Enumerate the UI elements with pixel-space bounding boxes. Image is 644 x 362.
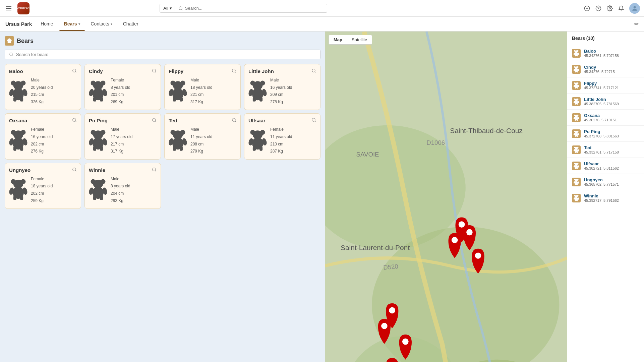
nav-item-chatter[interactable]: Chatter: [118, 16, 143, 31]
bear-card-body: Male 8 years old 204 cm 293 Kg: [89, 176, 157, 204]
bears-list-item-ungnyeo[interactable]: Ungnyeo 45.365702, 5.771571: [567, 174, 644, 190]
bear-list-info: Little John 45.382705, 5.781569: [584, 97, 619, 106]
svg-line-22: [155, 72, 156, 73]
chevron-down-icon: ▾: [78, 22, 80, 26]
bear-height: 210 cm: [270, 141, 292, 148]
bears-list-item-cindy[interactable]: Cindy 45.34276, 5.72715: [567, 61, 644, 77]
bears-list-item-oxsana[interactable]: Oxsana 45.30276, 5.719151: [567, 110, 644, 126]
bear-card-little-john[interactable]: Little John Male 16 years old 209 cm 278…: [244, 64, 320, 110]
edit-icon[interactable]: ✏: [634, 21, 639, 27]
svg-rect-87: [253, 146, 256, 151]
bears-list-item-little-john[interactable]: Little John 45.382705, 5.781569: [567, 94, 644, 110]
bear-card-ted[interactable]: Ted Male 11 years old 208 cm 279 Kg: [164, 113, 241, 159]
bear-card-ungnyeo[interactable]: Ungnyeo Female 18 years old 202 cm 259 K…: [5, 163, 81, 209]
bear-silhouette: [9, 79, 27, 104]
add-icon[interactable]: [584, 5, 590, 12]
bears-title: Bears: [17, 38, 34, 45]
bear-age: 16 years old: [270, 84, 292, 92]
search-input[interactable]: [185, 6, 324, 11]
bear-search-icon[interactable]: [311, 68, 316, 74]
nav-item-home[interactable]: Home: [36, 16, 58, 31]
bears-list-item-flippy[interactable]: Flippy 45.372741, 5.717121: [567, 77, 644, 94]
global-search-bar[interactable]: All ▾: [160, 4, 327, 13]
bears-list-item-po-ping[interactable]: Po Ping 45.372708, 5.801563: [567, 126, 644, 142]
bear-list-info: Oxsana 45.30276, 5.719151: [584, 113, 617, 122]
bear-search-icon[interactable]: [152, 68, 157, 74]
bear-search-icon[interactable]: [72, 167, 77, 173]
bear-age: 11 years old: [270, 133, 292, 141]
bear-gender: Female: [270, 126, 292, 133]
svg-point-31: [232, 69, 235, 72]
bear-search-icon[interactable]: [152, 167, 157, 173]
bear-list-coords: 45.365702, 5.771571: [584, 182, 619, 186]
svg-rect-108: [100, 196, 103, 200]
svg-rect-181: [575, 119, 576, 121]
bear-search-icon[interactable]: [72, 68, 77, 74]
svg-text:Saint-Laurent-du-Pont: Saint-Laurent-du-Pont: [341, 244, 410, 251]
bear-details: Female 8 years old 201 cm 269 Kg: [111, 77, 130, 106]
nav-item-bears[interactable]: Bears ▾: [59, 16, 85, 31]
help-icon[interactable]: [595, 5, 602, 12]
tab-map[interactable]: Map: [329, 35, 347, 44]
svg-point-135: [381, 323, 388, 329]
bears-list-item-ulfsaar[interactable]: Ulfsaar 45.382721, 5.811562: [567, 158, 644, 174]
bear-silhouette: [9, 177, 27, 202]
map-area: Map Satellite: [325, 32, 644, 362]
bear-list-coords: 45.30276, 5.719151: [584, 118, 617, 122]
app-grid-icon[interactable]: [4, 4, 13, 13]
bear-silhouette: [169, 79, 187, 104]
search-filter-dropdown[interactable]: All ▾: [163, 6, 175, 11]
bear-list-name: Ted: [584, 145, 619, 150]
avatar[interactable]: [629, 3, 640, 14]
svg-rect-197: [575, 152, 576, 153]
notifications-icon[interactable]: [618, 5, 625, 12]
svg-rect-48: [259, 97, 262, 102]
bear-search-icon[interactable]: [311, 118, 316, 123]
bear-card-oxsana[interactable]: Oxsana Female 16 years old 202 cm 276 Kg: [5, 113, 81, 159]
bear-card-cindy[interactable]: Cindy Female 8 years old 201 cm 269 Kg: [84, 64, 161, 110]
bear-height: 202 cm: [31, 190, 53, 197]
svg-line-72: [235, 121, 236, 122]
svg-text:SAVOIE: SAVOIE: [356, 151, 379, 158]
svg-rect-149: [575, 55, 576, 56]
bear-gender: Male: [111, 176, 130, 183]
bear-list-icon: [572, 162, 581, 170]
bears-list-item-baloo[interactable]: Baloo 45.342761, 5.707158: [567, 45, 644, 61]
bear-age: 8 years old: [111, 84, 130, 92]
svg-line-52: [75, 121, 76, 122]
bear-card-winnie[interactable]: Winnie Male 8 years old 204 cm 293 Kg: [84, 163, 161, 209]
bear-list-name: Winnie: [584, 193, 619, 198]
svg-rect-165: [575, 87, 576, 88]
map-container[interactable]: Grenoble Saint-Thibaud-de-Couz Saint-Lau…: [325, 32, 567, 362]
bear-list-icon: [572, 65, 581, 74]
bear-height: 217 cm: [111, 141, 132, 148]
bear-details: Male 17 years old 217 cm 317 Kg: [111, 126, 132, 155]
bear-card-body: Female 8 years old 201 cm 269 Kg: [89, 77, 157, 106]
bear-search-icon[interactable]: [232, 68, 236, 74]
bear-search-icon[interactable]: [232, 118, 236, 123]
bear-card-ulfsaar[interactable]: Ulfsaar Female 11 years old 210 cm 287 K…: [244, 113, 320, 159]
bear-list-icon: [572, 49, 581, 58]
bear-weight: 276 Kg: [31, 148, 53, 155]
tab-satellite[interactable]: Satellite: [347, 35, 372, 44]
search-bears-container[interactable]: [5, 50, 320, 59]
bear-list-name: Little John: [584, 97, 619, 102]
bear-card-po-ping[interactable]: Po Ping Male 17 years old 217 cm 317 Kg: [84, 113, 161, 159]
bear-list-coords: 45.382721, 5.811562: [584, 166, 619, 170]
bear-card-header: Ted: [169, 118, 236, 123]
bear-card-flippy[interactable]: Flippy Male 18 years old 221 cm 317 Kg: [164, 64, 241, 110]
bear-search-icon[interactable]: [72, 118, 77, 123]
bears-list-item-winnie[interactable]: Winnie 45.392717, 5.791562: [567, 190, 644, 206]
app-logo: Ursus Park: [17, 2, 30, 14]
bear-list-coords: 45.342761, 5.707158: [584, 54, 619, 58]
bear-height: 209 cm: [270, 91, 292, 99]
svg-rect-213: [575, 184, 576, 185]
bear-details: Male 11 years old 208 cm 279 Kg: [190, 126, 212, 155]
nav-item-contacts[interactable]: Contacts ▾: [86, 16, 117, 31]
search-bears-input[interactable]: [16, 52, 316, 57]
bear-card-baloo[interactable]: Baloo Male 20 years old 215 cm 326 Kg: [5, 64, 81, 110]
settings-icon[interactable]: [606, 5, 613, 12]
svg-point-91: [73, 168, 76, 171]
bear-search-icon[interactable]: [152, 118, 157, 123]
bears-list-item-ted[interactable]: Ted 45.332761, 5.717158: [567, 142, 644, 158]
